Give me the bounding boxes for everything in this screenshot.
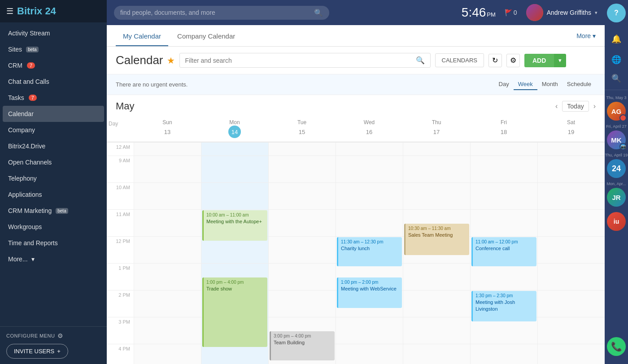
plus-icon: + [57,348,61,355]
event-meeting-autope[interactable]: 10:00 am – 11:00 am Meeting with the Aut… [202,210,267,241]
globe-button[interactable]: 🌐 [607,50,626,69]
search-button-right[interactable]: 🔍 [609,71,624,86]
add-button-group: ADD ▾ [524,54,566,67]
calendars-button[interactable]: CALENDARS [435,53,484,67]
sidebar-item-telephony[interactable]: Telephony [0,170,107,186]
brand-logo[interactable]: Bitrix 24 [17,5,56,17]
tab-my-calendar[interactable]: My Calendar [116,25,168,46]
event-meeting-webservice[interactable]: 1:00 pm – 2:00 pm Meeting with WebServic… [337,277,402,308]
help-button[interactable]: ? [607,4,626,22]
flag-notification[interactable]: 🚩 0 [505,9,517,16]
event-sales-team[interactable]: 10:30 am – 11:30 am Sales Team Meeting [404,224,469,255]
week-day-num-3[interactable]: 16 [363,126,375,138]
clock-display: 5:46 PM [462,5,496,20]
settings-button[interactable]: ⚙ [506,54,520,67]
phone-button[interactable]: 📞 [607,337,626,356]
week-day-name-0: Sun [135,119,199,126]
week-day-num-6[interactable]: 19 [565,126,577,138]
week-header: Day Sun 13 Mon 14 Tue 15 Wed 16 [107,116,605,142]
time-label-4pm: 4 PM [107,344,134,364]
filter-search-box[interactable]: 🔍 [179,53,431,68]
day-col-mon[interactable]: 10:00 am – 11:00 am Meeting with the Aut… [201,142,268,364]
calendar-toolbar: Calendar ★ 🔍 CALENDARS ↻ ⚙ ADD ▾ [107,47,605,74]
more-button[interactable]: More ▾ [576,32,596,39]
time-grid: 12 AM 9 AM 10 AM 11 AM 12 PM 1 PM 2 PM 3… [107,142,605,364]
filter-search-input[interactable] [185,57,416,64]
week-day-num-0[interactable]: 13 [161,126,174,138]
calendar-title: Calendar ★ [116,53,175,67]
prev-arrow[interactable]: ‹ [555,102,558,110]
global-search-box[interactable]: find people, documents, and more 🔍 [114,6,329,20]
day-col-wed[interactable]: 11:30 am – 12:30 pm Charity lunch 1:00 p… [336,142,403,364]
event-conference-call[interactable]: 11:00 am – 12:00 pm Conference call [471,237,536,266]
next-arrow[interactable]: › [593,102,596,110]
more-label: More ▾ [576,32,596,39]
notification-button[interactable]: 🔔 [607,30,626,48]
day-col-thu[interactable]: 10:30 am – 11:30 am Sales Team Meeting [403,142,470,364]
nav-badge-crm: 7 [27,62,35,69]
hamburger-icon[interactable]: ☰ [6,6,13,16]
week-day-num-1[interactable]: 14 [228,126,241,138]
month-title: May [116,100,135,112]
day-col-tue[interactable]: 3:00 pm – 4:00 pm Team Building [268,142,336,364]
flag-icon: 🚩 [505,9,512,16]
week-day-sun: Sun 13 [134,116,201,142]
sidebar-item-time-and-reports[interactable]: Time and Reports [0,235,107,251]
activity-item-4[interactable]: iu [607,212,626,231]
sidebar-item-activity-stream[interactable]: Activity Stream [0,25,107,41]
week-day-num-2[interactable]: 15 [296,126,308,138]
view-day[interactable]: Day [494,79,514,90]
week-day-name-3: Wed [337,119,401,126]
day-col-sun[interactable] [134,142,201,364]
brand-name-bitrix: Bitrix [17,5,42,17]
avatar-image [526,4,543,21]
activity-item-2[interactable]: 24 [607,159,626,178]
activity-date-3: Mon, Apr... [606,182,626,186]
event-team-building[interactable]: 3:00 pm – 4:00 pm Team Building [270,331,335,360]
invite-users-button[interactable]: INVITE USERS + [6,344,68,359]
view-month[interactable]: Month [537,79,563,90]
sidebar-item-tasks[interactable]: Tasks7 [0,90,107,106]
week-day-num-4[interactable]: 17 [430,126,443,138]
day-col-fri[interactable]: 11:00 am – 12:00 pm Conference call 1:30… [470,142,537,364]
activity-item-0[interactable]: AG [607,102,626,121]
activity-avatar-4: iu [607,212,626,231]
invite-users-label: INVITE USERS [14,348,54,355]
event-charity-lunch[interactable]: 11:30 am – 12:30 pm Charity lunch [337,237,402,266]
event-trade-show[interactable]: 1:00 pm – 4:00 pm Trade show [202,277,267,347]
tab-company-calendar[interactable]: Company Calendar [170,25,242,46]
sidebar-item-open-channels[interactable]: Open Channels [0,154,107,170]
sidebar-item-company[interactable]: Company [0,122,107,138]
add-dropdown-button[interactable]: ▾ [554,54,566,67]
sidebar-item-crm-marketing[interactable]: CRM Marketingbeta [0,203,107,219]
week-day-name-4: Thu [405,119,468,126]
sidebar-item-bitrix24-drive[interactable]: Bitrix24.Drive [0,138,107,154]
sidebar-item-applications[interactable]: Applications [0,186,107,203]
sidebar-item-sites[interactable]: Sitesbeta [0,41,107,57]
user-menu[interactable]: Andrew Griffiths ▾ [526,4,597,21]
sidebar-item-calendar[interactable]: Calendar [3,106,104,122]
today-button[interactable]: Today [562,101,589,112]
activity-item-1[interactable]: MK 📷 [607,130,626,149]
sidebar-item-label-company: Company [8,126,35,134]
view-week[interactable]: Week [514,79,537,90]
activity-item-3[interactable]: JR [607,188,626,207]
topbar: find people, documents, and more 🔍 5:46 … [107,0,605,25]
configure-menu-btn[interactable]: CONFIGURE MENU ⚙ [6,332,100,339]
refresh-button[interactable]: ↻ [488,54,502,67]
week-day-name-1: Mon [203,119,266,126]
view-schedule[interactable]: Schedule [563,79,596,90]
sidebar-item-crm[interactable]: CRM7 [0,57,107,74]
week-day-num-5[interactable]: 18 [497,126,510,138]
add-button[interactable]: ADD [524,54,554,67]
star-icon[interactable]: ★ [167,55,175,66]
event-meeting-josh[interactable]: 1:30 pm – 2:30 pm Meeting with Josh Livi… [471,291,536,321]
sidebar-item-label-crm-marketing: CRM Marketing [8,207,52,214]
sidebar-item-more[interactable]: More...▾ [0,251,107,267]
day-col-sat[interactable] [537,142,605,364]
sidebar-item-workgroups[interactable]: Workgroups [0,219,107,235]
time-label-9am: 9 AM [107,156,134,182]
activity-badge-1: 📷 [619,143,627,150]
right-panel: ? 🔔 🌐 🔍 Thu, May 3 AG Fri, April 27 MK 📷… [605,0,628,364]
sidebar-item-chat-and-calls[interactable]: Chat and Calls [0,74,107,90]
